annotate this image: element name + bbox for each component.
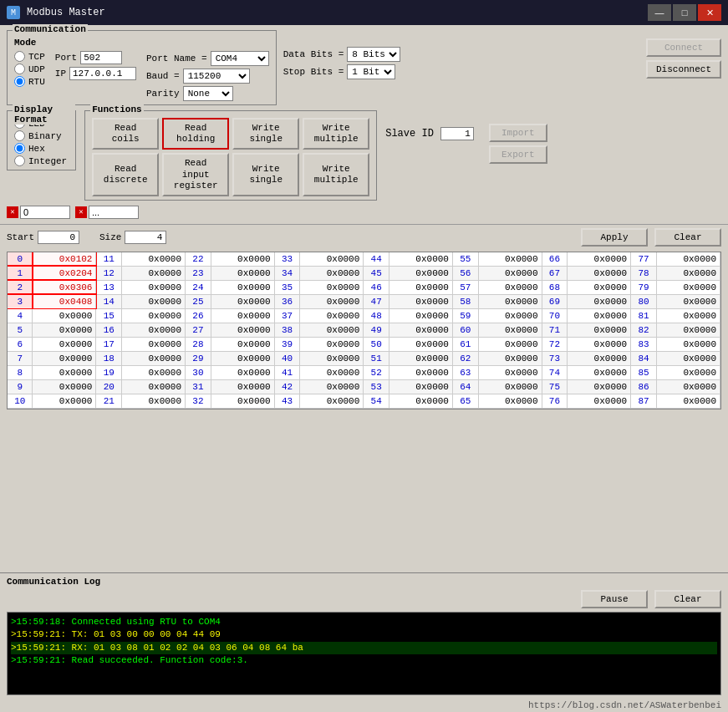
- cell-val-9[interactable]: 0x0000: [33, 379, 96, 394]
- cell-val-35[interactable]: 0x0000: [300, 280, 364, 294]
- integer-option[interactable]: Integer: [14, 155, 67, 166]
- cell-val-39[interactable]: 0x0000: [300, 337, 364, 351]
- cell-val-51[interactable]: 0x0000: [389, 351, 452, 365]
- cell-val-34[interactable]: 0x0000: [300, 266, 364, 280]
- cell-val-27[interactable]: 0x0000: [211, 323, 274, 337]
- cell-val-13[interactable]: 0x0000: [122, 280, 186, 294]
- tcp-radio[interactable]: [14, 51, 25, 62]
- cell-val-77[interactable]: 0x0000: [656, 252, 720, 267]
- write-multiple-2-button[interactable]: Writemultiple: [303, 153, 369, 196]
- slave-id-input[interactable]: [440, 127, 474, 140]
- log-clear-button[interactable]: Clear: [654, 590, 721, 608]
- udp-radio[interactable]: [14, 64, 25, 74]
- cell-val-48[interactable]: 0x0000: [389, 308, 452, 323]
- cell-val-55[interactable]: 0x0000: [478, 252, 542, 267]
- stopbits-select[interactable]: 1 Bit: [347, 64, 395, 79]
- cell-val-29[interactable]: 0x0000: [211, 351, 274, 365]
- cell-val-66[interactable]: 0x0000: [568, 252, 631, 267]
- clear-button[interactable]: Clear: [654, 228, 721, 247]
- write-single-2-button[interactable]: Writesingle: [232, 153, 299, 196]
- port-input[interactable]: [80, 51, 122, 64]
- cell-val-85[interactable]: 0x0000: [656, 365, 720, 379]
- cell-val-37[interactable]: 0x0000: [300, 308, 364, 323]
- hex-option[interactable]: Hex: [14, 143, 67, 154]
- cell-val-61[interactable]: 0x0000: [478, 337, 542, 351]
- read-input-button[interactable]: Read inputregister: [162, 153, 229, 196]
- cell-val-47[interactable]: 0x0000: [389, 294, 452, 308]
- connect-button[interactable]: Connect: [646, 38, 721, 57]
- read-discrete-button[interactable]: Readdiscrete: [92, 153, 159, 196]
- binary-option[interactable]: Binary: [14, 130, 67, 141]
- cell-val-87[interactable]: 0x0000: [656, 394, 720, 408]
- disconnect-button[interactable]: Disconnect: [646, 60, 721, 79]
- rtu-radio[interactable]: [14, 76, 25, 87]
- minimize-button[interactable]: —: [648, 4, 671, 21]
- cell-val-36[interactable]: 0x0000: [300, 294, 364, 308]
- apply-button[interactable]: Apply: [581, 228, 648, 247]
- cell-val-63[interactable]: 0x0000: [478, 365, 542, 379]
- cell-val-84[interactable]: 0x0000: [656, 351, 720, 365]
- cell-val-24[interactable]: 0x0000: [211, 280, 274, 294]
- read-holding-button[interactable]: Readholding: [162, 118, 229, 150]
- cell-val-71[interactable]: 0x0000: [568, 323, 631, 337]
- cell-val-67[interactable]: 0x0000: [568, 266, 631, 280]
- cell-val-49[interactable]: 0x0000: [389, 323, 452, 337]
- cell-val-2[interactable]: 0x0306: [33, 280, 96, 294]
- cell-val-83[interactable]: 0x0000: [656, 337, 720, 351]
- cell-val-43[interactable]: 0x0000: [300, 394, 364, 408]
- write-single-1-button[interactable]: Writesingle: [232, 118, 299, 150]
- start-input[interactable]: [38, 231, 79, 244]
- cell-val-64[interactable]: 0x0000: [478, 379, 542, 394]
- cell-val-10[interactable]: 0x0000: [33, 394, 96, 408]
- cell-val-17[interactable]: 0x0000: [122, 337, 186, 351]
- cell-val-0[interactable]: 0x0102: [33, 252, 96, 267]
- cell-val-7[interactable]: 0x0000: [33, 351, 96, 365]
- cell-val-41[interactable]: 0x0000: [300, 365, 364, 379]
- cell-val-45[interactable]: 0x0000: [389, 266, 452, 280]
- cell-val-46[interactable]: 0x0000: [389, 280, 452, 294]
- cell-val-3[interactable]: 0x0408: [33, 294, 96, 308]
- parity-select[interactable]: None: [183, 86, 233, 101]
- addr-input-1[interactable]: [20, 206, 70, 219]
- cell-val-21[interactable]: 0x0000: [122, 394, 186, 408]
- databits-select[interactable]: 8 Bits: [347, 47, 400, 62]
- close-button[interactable]: ✕: [698, 4, 721, 21]
- cell-val-8[interactable]: 0x0000: [33, 365, 96, 379]
- cell-val-50[interactable]: 0x0000: [389, 337, 452, 351]
- radio-udp[interactable]: UDP: [14, 64, 45, 74]
- cell-val-15[interactable]: 0x0000: [122, 308, 186, 323]
- read-coils-button[interactable]: Readcoils: [92, 118, 159, 150]
- cell-val-22[interactable]: 0x0000: [211, 252, 274, 267]
- cell-val-30[interactable]: 0x0000: [211, 365, 274, 379]
- cell-val-70[interactable]: 0x0000: [568, 308, 631, 323]
- cell-val-6[interactable]: 0x0000: [33, 337, 96, 351]
- cell-val-58[interactable]: 0x0000: [478, 294, 542, 308]
- size-input[interactable]: [125, 231, 166, 244]
- cell-val-5[interactable]: 0x0000: [33, 323, 96, 337]
- integer-radio[interactable]: [14, 155, 25, 166]
- cell-val-33[interactable]: 0x0000: [300, 252, 364, 267]
- cell-val-56[interactable]: 0x0000: [478, 266, 542, 280]
- cell-val-53[interactable]: 0x0000: [389, 379, 452, 394]
- pause-button[interactable]: Pause: [581, 590, 648, 608]
- cell-val-52[interactable]: 0x0000: [389, 365, 452, 379]
- cell-val-31[interactable]: 0x0000: [211, 379, 274, 394]
- cell-val-14[interactable]: 0x0000: [122, 294, 186, 308]
- cell-val-11[interactable]: 0x0000: [122, 252, 186, 267]
- addr-input-2[interactable]: [89, 206, 139, 219]
- cell-val-1[interactable]: 0x0204: [33, 266, 96, 280]
- import-button[interactable]: Import: [489, 124, 547, 142]
- export-button[interactable]: Export: [489, 145, 547, 164]
- cell-val-57[interactable]: 0x0000: [478, 280, 542, 294]
- cell-val-4[interactable]: 0x0000: [33, 308, 96, 323]
- cell-val-18[interactable]: 0x0000: [122, 351, 186, 365]
- cell-val-16[interactable]: 0x0000: [122, 323, 186, 337]
- baud-select[interactable]: 115200: [183, 69, 250, 84]
- cell-val-44[interactable]: 0x0000: [389, 252, 452, 267]
- maximize-button[interactable]: □: [673, 4, 696, 21]
- cell-val-20[interactable]: 0x0000: [122, 379, 186, 394]
- cell-val-32[interactable]: 0x0000: [211, 394, 274, 408]
- cell-val-42[interactable]: 0x0000: [300, 379, 364, 394]
- cell-val-12[interactable]: 0x0000: [122, 266, 186, 280]
- ip-input[interactable]: [69, 67, 136, 80]
